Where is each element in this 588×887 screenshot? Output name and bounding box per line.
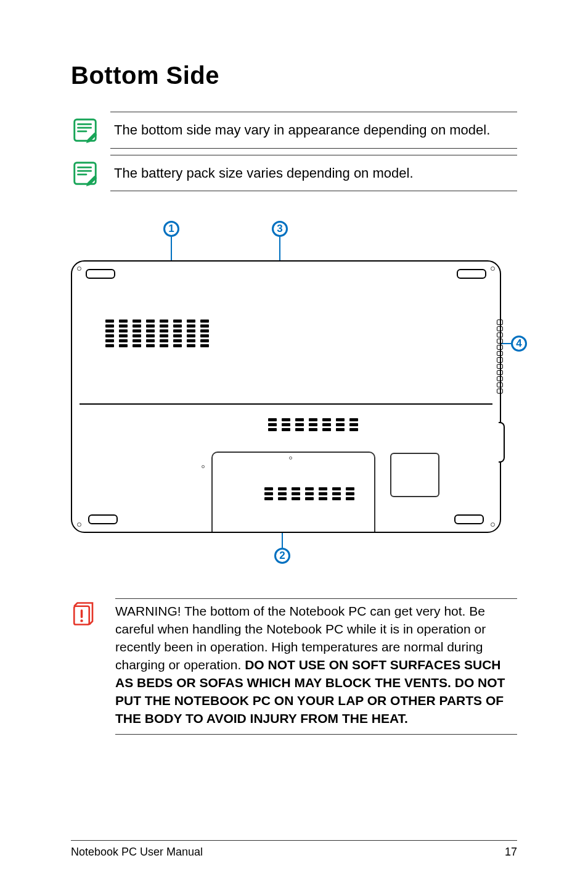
footer-title: Notebook PC User Manual: [71, 846, 203, 859]
page-footer: Notebook PC User Manual 17: [71, 840, 517, 859]
panel-seam: [80, 403, 492, 405]
svg-point-4: [80, 620, 83, 622]
hdd-compartment: [390, 453, 439, 497]
air-vent: [105, 320, 209, 347]
callout-2: 2: [274, 548, 290, 564]
air-vent: [264, 487, 354, 500]
warning-text: WARNING! The bottom of the Notebook PC c…: [115, 598, 517, 735]
page-number: 17: [505, 846, 517, 859]
callout-1: 1: [163, 221, 179, 237]
diagram-container: 1 3 4 2: [71, 221, 517, 566]
rubber-foot: [88, 514, 118, 524]
rubber-foot: [457, 269, 486, 279]
laptop-body: [71, 260, 501, 533]
side-port: [499, 422, 505, 463]
note-icon: [71, 155, 110, 192]
rubber-foot: [454, 514, 484, 524]
callout-4: 4: [511, 336, 527, 352]
page: Bottom Side The bottom side may vary in …: [0, 0, 588, 887]
rubber-foot: [86, 269, 115, 279]
callout-3: 3: [272, 221, 288, 237]
speaker-grille: [497, 320, 503, 394]
page-title: Bottom Side: [71, 62, 517, 89]
note-row-1: The bottom side may vary in appearance d…: [71, 112, 517, 149]
note-icon: [71, 112, 110, 149]
note-text-2: The battery pack size varies depending o…: [110, 155, 517, 192]
laptop-bottom-diagram: 1 3 4 2: [71, 221, 517, 566]
air-vent: [268, 418, 358, 431]
note-row-2: The battery pack size varies depending o…: [71, 155, 517, 192]
warning-block: WARNING! The bottom of the Notebook PC c…: [71, 598, 517, 735]
note-text-1: The bottom side may vary in appearance d…: [110, 112, 517, 149]
warning-icon: [71, 598, 115, 735]
